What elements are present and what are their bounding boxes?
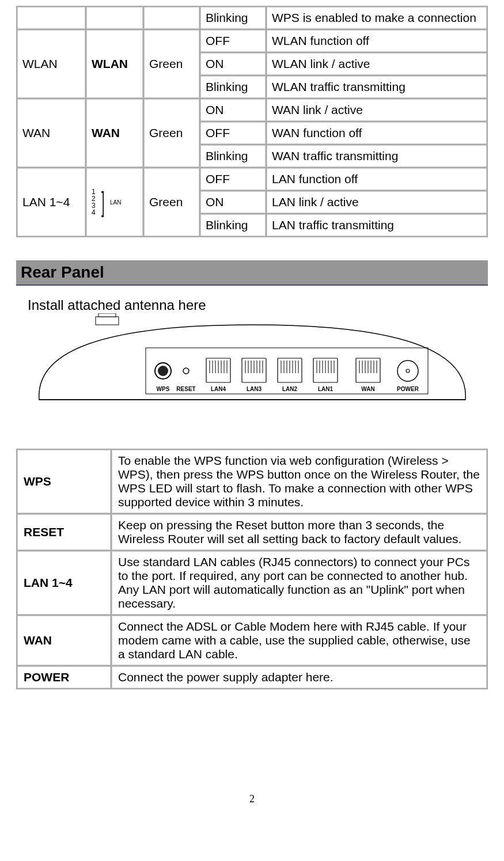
port-label-wan: WAN <box>361 386 374 392</box>
led-state-cell: ON <box>200 99 266 121</box>
led-label-cell: 1234 ] LAN <box>86 168 143 236</box>
port-label-wps: WPS <box>156 386 169 392</box>
rear-desc-cell: Use standard LAN cables (RJ45 connectors… <box>112 551 487 615</box>
led-state-cell: OFF <box>200 168 266 190</box>
led-name-cell: WLAN <box>17 30 85 98</box>
led-state-cell: OFF <box>200 122 266 144</box>
antenna-caption: Install attached antenna here <box>28 297 488 313</box>
led-desc-cell: WAN traffic transmitting <box>267 145 487 167</box>
svg-rect-1 <box>96 317 119 325</box>
rear-label-cell: WAN <box>17 616 111 665</box>
rear-desc-cell: To enable the WPS function via web confi… <box>112 450 487 513</box>
led-desc-cell: WPS is enabled to make a connection <box>267 7 487 29</box>
table-row: WAN WAN Green ON WAN link / active <box>17 99 487 121</box>
rear-panel-figure: Install attached antenna here <box>16 297 488 431</box>
led-state-cell: Blinking <box>200 76 266 98</box>
led-state-cell: ON <box>200 191 266 213</box>
port-label-reset: RESET <box>176 386 195 392</box>
led-state-cell: OFF <box>200 30 266 52</box>
led-color-cell: Green <box>144 99 199 167</box>
rear-desc-cell: Connect the power supply adapter here. <box>112 666 487 688</box>
table-row: LAN 1~4 1234 ] LAN Green OFF LAN functio… <box>17 168 487 190</box>
led-label-cell: WAN <box>86 99 143 167</box>
rear-desc-cell: Connect the ADSL or Cable Modem here wit… <box>112 616 487 665</box>
table-row: POWER Connect the power supply adapter h… <box>17 666 487 688</box>
rear-label-cell: WPS <box>17 450 111 513</box>
rear-desc-cell: Keep on pressing the Reset button more t… <box>112 514 487 550</box>
port-label-lan3: LAN3 <box>246 386 262 392</box>
led-desc-cell: WLAN link / active <box>267 53 487 75</box>
page-number: 2 <box>16 793 488 805</box>
lan-label-icon: 1234 ] LAN <box>92 188 138 216</box>
led-desc-cell: WLAN traffic transmitting <box>267 76 487 98</box>
led-name-cell: WAN <box>17 99 85 167</box>
led-state-cell: ON <box>200 53 266 75</box>
led-name-cell <box>17 7 85 29</box>
section-heading-rear-panel: Rear Panel <box>16 260 488 286</box>
table-row: WPS To enable the WPS function via web c… <box>17 450 487 513</box>
table-row: LAN 1~4 Use standard LAN cables (RJ45 co… <box>17 551 487 615</box>
rear-label-cell: LAN 1~4 <box>17 551 111 615</box>
led-desc-cell: LAN link / active <box>267 191 487 213</box>
led-desc-cell: WAN link / active <box>267 99 487 121</box>
led-state-cell: Blinking <box>200 145 266 167</box>
table-row: WLAN WLAN Green OFF WLAN function off <box>17 30 487 52</box>
rear-label-cell: POWER <box>17 666 111 688</box>
led-color-cell <box>144 7 199 29</box>
svg-rect-2 <box>98 313 116 317</box>
port-label-power: POWER <box>397 386 419 392</box>
table-row: RESET Keep on pressing the Reset button … <box>17 514 487 550</box>
led-name-cell: LAN 1~4 <box>17 168 85 236</box>
rear-panel-table: WPS To enable the WPS function via web c… <box>16 449 488 689</box>
led-color-cell: Green <box>144 30 199 98</box>
port-label-lan2: LAN2 <box>282 386 297 392</box>
svg-point-5 <box>158 366 168 376</box>
led-color-cell: Green <box>144 168 199 236</box>
led-desc-cell: WLAN function off <box>267 30 487 52</box>
led-state-cell: Blinking <box>200 7 266 29</box>
led-label-cell: WLAN <box>86 30 143 98</box>
led-state-cell: Blinking <box>200 214 266 236</box>
led-desc-cell: LAN function off <box>267 168 487 190</box>
table-row: Blinking WPS is enabled to make a connec… <box>17 7 487 29</box>
port-label-lan1: LAN1 <box>317 386 333 392</box>
led-status-table: Blinking WPS is enabled to make a connec… <box>16 6 488 237</box>
led-desc-cell: WAN function off <box>267 122 487 144</box>
rear-panel-illustration: WPS RESET LAN4 LAN3 LAN2 LAN1 WAN POWER <box>28 313 477 428</box>
port-label-lan4: LAN4 <box>210 386 226 392</box>
table-row: WAN Connect the ADSL or Cable Modem here… <box>17 616 487 665</box>
rear-label-cell: RESET <box>17 514 111 550</box>
led-label-cell <box>86 7 143 29</box>
led-desc-cell: LAN traffic transmitting <box>267 214 487 236</box>
